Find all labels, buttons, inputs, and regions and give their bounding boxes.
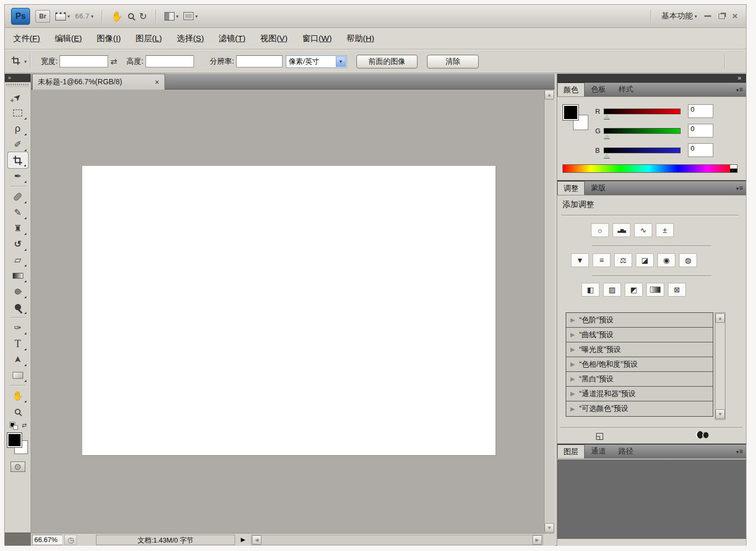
preset-channel-mixer[interactable]: ▶“通道混和器”预设 xyxy=(566,387,713,401)
vertical-scrollbar[interactable]: ▲ ▼ xyxy=(544,90,555,533)
scroll-down-icon[interactable]: ▼ xyxy=(545,523,554,533)
quick-mask-button[interactable] xyxy=(11,461,25,472)
expand-arrow-icon[interactable]: ▶ xyxy=(570,361,575,368)
document-tab[interactable]: 未标题-1@66.7%(RGB/8) × xyxy=(32,74,165,90)
view-extras-button[interactable]: ▾ xyxy=(55,12,70,21)
menu-filter[interactable]: 滤镜T xyxy=(219,33,246,44)
tool-lasso[interactable]: ρ xyxy=(8,121,28,136)
minimize-button[interactable] xyxy=(704,15,711,17)
tab-swatches[interactable]: 色板 xyxy=(585,83,612,96)
curves-icon[interactable]: ∿ xyxy=(634,223,652,237)
scroll-left-icon[interactable]: ◀ xyxy=(252,535,261,545)
foreground-color-swatch[interactable] xyxy=(7,432,22,448)
red-slider-handle[interactable] xyxy=(604,114,610,119)
threshold-icon[interactable]: ◩ xyxy=(625,283,643,297)
expand-arrow-icon[interactable]: ▶ xyxy=(570,390,575,397)
posterize-icon[interactable]: ▨ xyxy=(603,283,621,297)
resolution-unit-select[interactable]: 像素/英寸 ▾ xyxy=(286,55,347,68)
workspace-switcher[interactable]: 基本功能▾ xyxy=(662,11,697,21)
tab-channels[interactable]: 通道 xyxy=(585,445,612,458)
preset-selective-color[interactable]: ▶“可选颜色”预设 xyxy=(566,401,713,416)
expand-arrow-icon[interactable]: ▶ xyxy=(570,376,575,382)
close-button[interactable]: × xyxy=(732,12,738,21)
selective-color-icon[interactable]: ⊠ xyxy=(668,283,686,297)
photo-filter-icon[interactable]: ◉ xyxy=(657,253,675,267)
white-swatch[interactable] xyxy=(730,165,737,169)
rotate-view-button[interactable]: ↻ xyxy=(139,12,147,21)
status-flyout-button[interactable]: ▶ xyxy=(238,535,248,545)
invert-icon[interactable]: ◧ xyxy=(581,283,599,297)
tab-layers[interactable]: 图层 xyxy=(557,445,585,458)
menu-window[interactable]: 窗口W xyxy=(302,33,332,44)
menu-view[interactable]: 视图V xyxy=(260,33,288,44)
preset-levels[interactable]: ▶“色阶”预设 xyxy=(566,313,713,328)
preset-black-white[interactable]: ▶“黑白”预设 xyxy=(566,372,713,387)
preset-curves[interactable]: ▶“曲线”预设 xyxy=(566,328,713,342)
tool-clone-stamp[interactable]: ♜ xyxy=(8,220,28,236)
scroll-up-icon[interactable]: ▲ xyxy=(545,90,554,100)
blue-value-field[interactable]: 0 xyxy=(688,143,713,157)
tool-crop[interactable] xyxy=(8,152,28,168)
panel-menu-icon[interactable]: ▾≡ xyxy=(736,448,743,455)
tool-quick-selection[interactable]: ✐ xyxy=(8,136,28,152)
restore-button[interactable] xyxy=(719,14,725,19)
clip-to-layer-button[interactable] xyxy=(695,431,711,439)
foreground-color-swatch[interactable] xyxy=(563,104,579,121)
channel-mixer-icon[interactable]: ◍ xyxy=(679,253,697,267)
vibrance-icon[interactable]: ▼ xyxy=(571,253,589,267)
expand-arrow-icon[interactable]: ▶ xyxy=(570,346,575,353)
tool-move[interactable]: ➤✛ xyxy=(8,89,28,105)
tab-styles[interactable]: 样式 xyxy=(612,83,639,96)
panel-grip[interactable] xyxy=(6,82,29,87)
default-colors-control[interactable]: ⇄ xyxy=(8,421,28,431)
tool-preset-picker[interactable]: ▾ xyxy=(10,55,27,68)
red-slider[interactable] xyxy=(604,109,681,114)
height-input[interactable] xyxy=(146,55,194,67)
tool-rectangle[interactable] xyxy=(8,367,28,383)
tool-eyedropper[interactable]: ✒ xyxy=(8,168,28,184)
launch-bridge-button[interactable]: Br xyxy=(35,10,50,23)
expand-arrow-icon[interactable]: ▶ xyxy=(570,317,575,323)
front-image-button[interactable]: 前面的图像 xyxy=(356,55,418,68)
dock-collapse-bar[interactable]: » xyxy=(557,74,746,83)
hand-tool-button[interactable]: ✋ xyxy=(111,12,122,21)
tool-history-brush[interactable]: ↺ xyxy=(8,236,28,252)
resolution-input[interactable] xyxy=(236,55,283,67)
green-slider[interactable] xyxy=(604,128,681,134)
tool-rectangular-marquee[interactable] xyxy=(8,105,28,121)
menu-help[interactable]: 帮助H xyxy=(346,33,374,44)
panel-menu-icon[interactable]: ▾≡ xyxy=(736,86,743,93)
tool-spot-healing-brush[interactable] xyxy=(8,189,28,204)
menu-file[interactable]: 文件F xyxy=(13,33,40,44)
tab-masks[interactable]: 蒙版 xyxy=(585,181,612,195)
levels-icon[interactable]: ▃▆▄ xyxy=(613,223,631,237)
photoshop-logo[interactable]: Ps xyxy=(11,8,30,25)
tab-color[interactable]: 颜色 xyxy=(557,83,585,96)
presets-scrollbar[interactable]: ▲ ▼ xyxy=(715,312,725,420)
scroll-up-icon[interactable]: ▲ xyxy=(715,313,725,323)
swap-dimensions-icon[interactable]: ⇄ xyxy=(110,57,117,66)
tab-paths[interactable]: 路径 xyxy=(612,445,639,458)
tool-type[interactable]: T xyxy=(8,336,28,351)
green-value-field[interactable]: 0 xyxy=(688,124,713,137)
status-zoom-field[interactable]: 66.67% xyxy=(32,535,63,545)
scroll-down-icon[interactable]: ▼ xyxy=(715,409,725,419)
blue-slider[interactable] xyxy=(604,147,681,153)
preset-hue-saturation[interactable]: ▶“色相/饱和度”预设 xyxy=(566,357,713,372)
expanded-view-button[interactable]: ◱ xyxy=(595,430,604,441)
tool-brush[interactable]: ✎ xyxy=(8,204,28,220)
preset-exposure[interactable]: ▶“曝光度”预设 xyxy=(566,342,713,357)
red-value-field[interactable]: 0 xyxy=(688,104,713,118)
zoom-tool-button[interactable] xyxy=(128,12,134,21)
screen-mode-button[interactable]: ▾ xyxy=(183,12,198,20)
tool-pen[interactable]: ✑ xyxy=(8,320,28,336)
panel-menu-icon[interactable]: ▾≡ xyxy=(736,184,743,192)
menu-edit[interactable]: 编辑E xyxy=(55,33,82,44)
tab-close-icon[interactable]: × xyxy=(155,78,159,86)
expand-arrow-icon[interactable]: ▶ xyxy=(570,331,575,338)
layers-panel-body[interactable] xyxy=(557,459,746,539)
blue-slider-handle[interactable] xyxy=(604,153,610,158)
tool-blur[interactable] xyxy=(8,283,28,299)
green-slider-handle[interactable] xyxy=(604,134,610,139)
tool-path-selection[interactable]: ➤ xyxy=(8,351,28,367)
